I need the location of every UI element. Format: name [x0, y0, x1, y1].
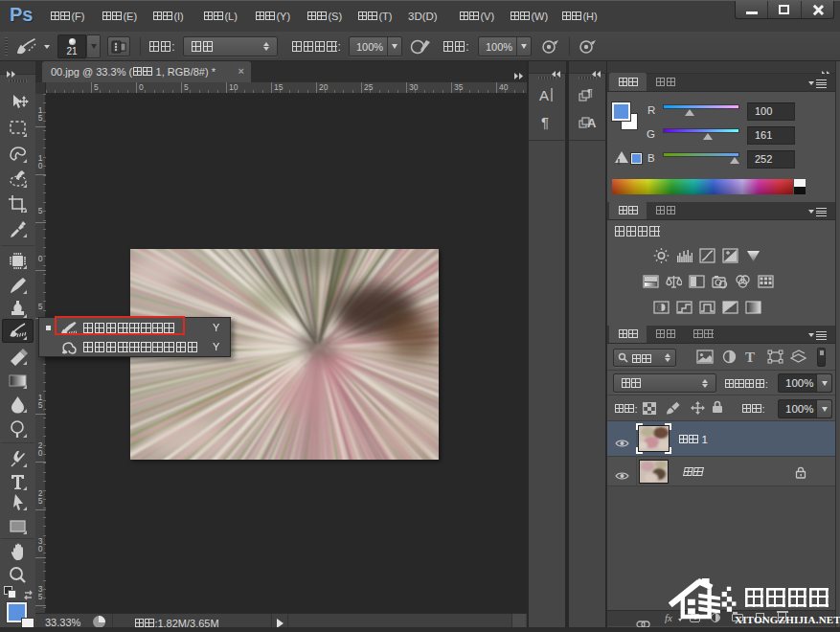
svg-text:A: A [587, 116, 597, 130]
svg-text:A: A [539, 87, 549, 103]
svg-text:¶: ¶ [587, 87, 593, 99]
svg-text:T: T [745, 350, 755, 364]
svg-text:¶: ¶ [541, 114, 549, 130]
